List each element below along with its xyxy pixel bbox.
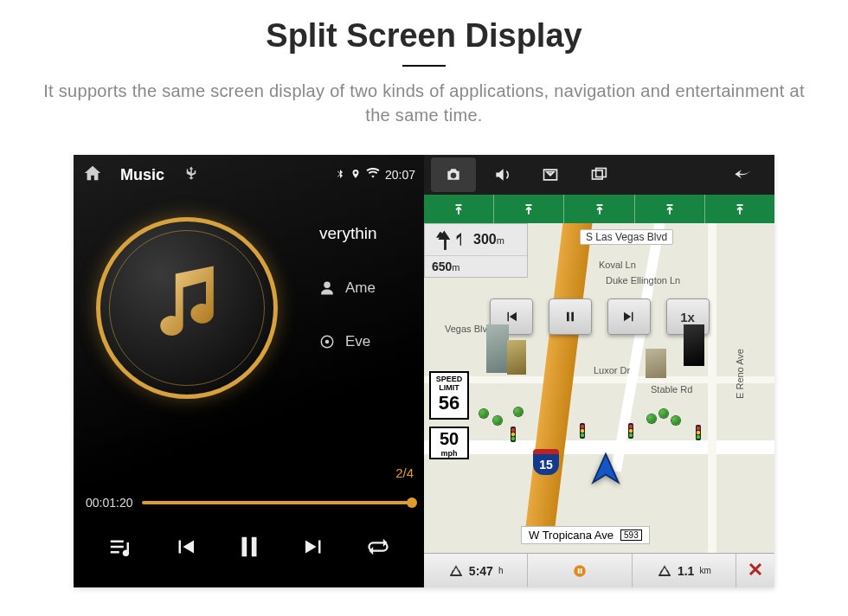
lane-arrow <box>424 195 494 223</box>
svg-point-13 <box>629 425 633 428</box>
music-pane: Music 20:07 <box>74 155 424 587</box>
eta-segment[interactable]: 5:47h <box>424 554 528 587</box>
svg-point-11 <box>581 433 584 437</box>
tree-icon <box>671 416 680 425</box>
svg-point-7 <box>511 437 515 440</box>
street-label: Luxor Dr <box>588 364 635 376</box>
svg-rect-22 <box>578 568 580 574</box>
road-reno <box>708 195 716 587</box>
map-area[interactable]: 300m 650m S Las Vegas Blvd Koval Ln Duke… <box>424 195 774 587</box>
svg-point-21 <box>574 565 586 577</box>
lane-arrow <box>564 195 634 223</box>
turn-distance: 300m <box>473 232 504 247</box>
current-location-icon <box>587 451 625 492</box>
street-label: S Las Vegas Blvd <box>580 229 673 245</box>
lane-guidance <box>424 195 774 223</box>
wifi-icon <box>366 168 380 183</box>
map-bottom-bar: 5:47h 1.1km <box>424 553 774 587</box>
pause-button[interactable] <box>234 530 264 567</box>
music-body: verythin Ame Eve <box>74 195 424 496</box>
svg-point-5 <box>511 428 515 432</box>
page-subtitle: It supports the same screen display of t… <box>0 79 848 127</box>
usb-icon[interactable] <box>183 164 199 186</box>
road-stable <box>424 376 774 383</box>
distance-segment[interactable]: 1.1km <box>633 554 736 587</box>
home-icon[interactable] <box>82 164 103 186</box>
lane-arrow <box>635 195 705 223</box>
turn-remaining: 650m <box>425 256 527 277</box>
system-bar <box>424 155 774 195</box>
screenshot-button[interactable] <box>528 157 573 192</box>
split-screen-device: Music 20:07 <box>74 155 774 587</box>
building-icon <box>486 324 509 373</box>
tree-icon <box>514 407 523 416</box>
speed-limit-sign: SPEED LIMIT 56 <box>429 371 469 420</box>
music-top-bar: Music 20:07 <box>74 155 424 195</box>
back-button[interactable] <box>723 157 768 192</box>
recents-button[interactable] <box>576 157 621 192</box>
bluetooth-icon <box>335 167 345 183</box>
now-playing-title[interactable]: verythin <box>319 224 377 243</box>
street-label: E Reno Ave <box>734 343 746 404</box>
svg-point-18 <box>697 431 700 434</box>
svg-rect-23 <box>581 568 582 574</box>
svg-rect-24 <box>658 574 670 576</box>
music-section-label: Music <box>120 166 164 184</box>
music-note-icon <box>149 266 225 350</box>
svg-point-14 <box>629 429 633 433</box>
turn-top: 300m <box>425 224 527 256</box>
traffic-light-icon <box>576 423 588 446</box>
seek-bar[interactable] <box>142 501 413 504</box>
prev-track-button[interactable] <box>172 534 198 563</box>
svg-point-19 <box>697 435 700 439</box>
building-icon <box>507 340 526 375</box>
building-icon <box>684 324 704 366</box>
nav-pause-segment[interactable] <box>528 554 632 587</box>
location-icon <box>350 167 361 183</box>
traffic-light-icon <box>692 425 704 447</box>
map-pane: 300m 650m S Las Vegas Blvd Koval Ln Duke… <box>424 155 774 587</box>
tree-icon <box>659 409 668 418</box>
seek-knob[interactable] <box>407 497 417 508</box>
map-next-button[interactable] <box>607 298 651 335</box>
street-label: Duke Ellington Ln <box>601 274 685 286</box>
traffic-light-icon <box>507 427 519 449</box>
artist-row[interactable]: Ame <box>319 279 377 297</box>
status-bar: 20:07 <box>335 167 415 183</box>
svg-point-17 <box>697 427 700 430</box>
turn-panel[interactable]: 300m 650m <box>424 223 528 278</box>
svg-point-6 <box>511 433 515 436</box>
tree-icon <box>479 409 488 418</box>
next-track-button[interactable] <box>301 534 327 563</box>
progress-row: 00:01:20 <box>74 496 424 518</box>
track-counter: 2/4 <box>395 465 414 480</box>
track-list: verythin Ame Eve <box>319 224 377 496</box>
title-divider <box>402 65 446 67</box>
volume-button[interactable] <box>479 157 524 192</box>
street-label-tropicana: W Tropicana Ave 593 <box>521 526 650 544</box>
interstate-shield: 15 <box>533 449 559 475</box>
album-art[interactable] <box>96 217 278 399</box>
lane-arrow <box>494 195 564 223</box>
traffic-light-icon <box>625 423 637 446</box>
current-speed-sign: 50 mph <box>429 427 469 459</box>
playlist-button[interactable] <box>106 534 135 563</box>
tree-icon <box>493 416 502 425</box>
svg-point-9 <box>581 425 584 428</box>
map-pause-button[interactable] <box>549 298 592 335</box>
loop-button[interactable] <box>364 535 392 562</box>
svg-point-10 <box>581 429 584 433</box>
svg-rect-2 <box>593 170 603 179</box>
building-icon <box>646 349 666 378</box>
camera-button[interactable] <box>431 157 476 192</box>
interstate-15 <box>524 195 595 541</box>
album-row[interactable]: Eve <box>319 333 377 350</box>
map-media-controls: 1x <box>490 298 710 335</box>
elapsed-time: 00:01:20 <box>86 496 133 510</box>
close-nav-button[interactable] <box>736 554 774 587</box>
svg-rect-3 <box>596 169 607 177</box>
svg-point-15 <box>629 433 633 437</box>
clock: 20:07 <box>385 168 415 182</box>
lane-arrow <box>705 195 774 223</box>
music-controls <box>74 518 424 587</box>
